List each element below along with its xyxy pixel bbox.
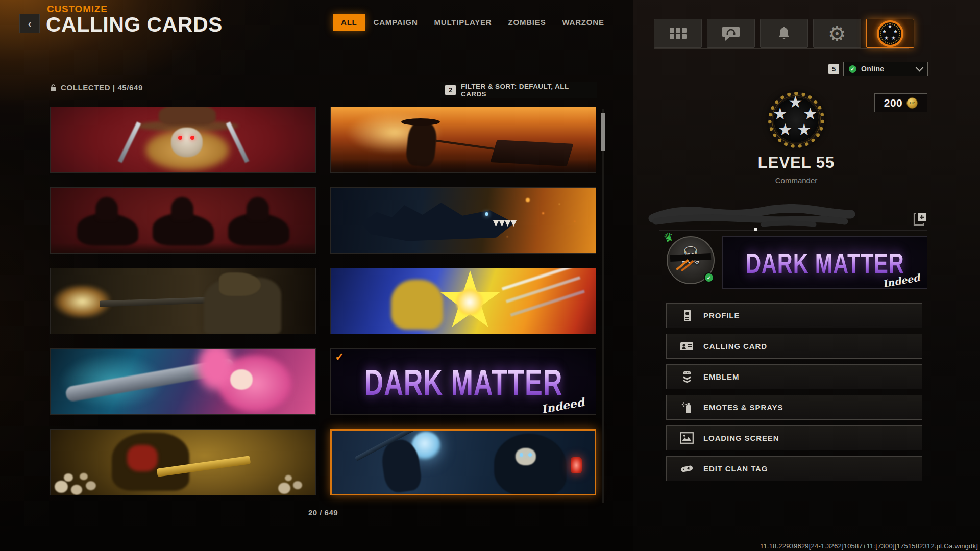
star-icon: ★ [803, 106, 818, 122]
loading-screen-icon [680, 431, 694, 445]
calling-card-golden-skeleton-blast[interactable] [330, 268, 596, 334]
panel-nav-row: ⚙ ★ ★ ★ ★ ★ [654, 19, 914, 48]
xp-progress-track [659, 230, 927, 231]
menu-grid-icon [670, 28, 687, 39]
filter-sort-bar[interactable]: 2 FILTER & SORT: DEFAULT, ALL CARDS [440, 82, 597, 98]
bell-icon [777, 26, 791, 41]
collected-count: COLLECTED | 45/649 [50, 83, 143, 92]
card-art [51, 430, 315, 495]
level-emblem: ★ ★ ★ ★ ★ [768, 92, 824, 148]
profile-card-icon [680, 309, 694, 322]
clan-tag-icon [680, 462, 694, 475]
status-row: 5 ✓ Online [828, 62, 928, 76]
chevron-down-icon [916, 63, 924, 71]
redacted-player-name [646, 204, 860, 231]
online-status-label: Online [861, 65, 884, 73]
online-status-dropdown[interactable]: ✓ Online [843, 62, 928, 76]
calling-card-grid: DARK MATTER Indeed ✓ [50, 107, 596, 495]
add-media-icon [913, 212, 927, 226]
card-art [331, 268, 596, 334]
tab-all[interactable]: ALL [333, 14, 365, 31]
equipped-calling-card-banner[interactable]: DARK MATTER Indeed [722, 236, 927, 289]
settings-button[interactable]: ⚙ [813, 19, 861, 48]
chat-headset-icon [722, 26, 740, 41]
page-title: CALLING CARDS [46, 13, 223, 37]
calling-card-dino-gunner[interactable] [50, 268, 316, 334]
rank-emblem-icon [680, 370, 694, 384]
menu-item-edit-clan-tag[interactable]: EDIT CLAN TAG [666, 456, 922, 481]
tab-multiplayer[interactable]: MULTIPLAYER [426, 14, 500, 31]
player-avatar-emblem[interactable]: ☠ ♛ ✓ [667, 236, 715, 284]
dark-matter-card-title: DARK MATTER [364, 361, 562, 403]
calling-card-golden-warrior-skulls[interactable] [50, 429, 316, 495]
calling-card-skeleton-cowboy[interactable] [50, 107, 316, 173]
player-rank: Commander [727, 176, 865, 185]
star-icon: ★ [797, 121, 812, 138]
card-art [51, 188, 315, 253]
spray-can-icon [680, 400, 694, 414]
add-media-button[interactable] [912, 211, 927, 227]
card-art [331, 107, 596, 172]
chat-button[interactable] [707, 19, 755, 48]
social-identity-panel: ⚙ ★ ★ ★ ★ ★ 5 ✓ Online ★ ★ ★ ★ ★ 200 [633, 0, 980, 551]
status-hotkey-badge: 5 [828, 64, 839, 74]
page-counter: 20 / 649 [50, 508, 596, 517]
filter-sort-label: FILTER & SORT: DEFAULT, ALL CARDS [461, 83, 592, 98]
calling-card-chainsaw-anime-girl[interactable] [50, 348, 316, 415]
tab-campaign[interactable]: CAMPAIGN [365, 14, 426, 31]
grid-scrollbar-track[interactable] [602, 109, 604, 503]
menu-item-calling-card[interactable]: CALLING CARD [666, 334, 922, 359]
chevron-left-icon: ‹ [28, 18, 32, 30]
menu-item-emotes-sprays[interactable]: EMOTES & SPRAYS [666, 395, 922, 420]
calling-card-three-horsemen[interactable] [50, 187, 316, 254]
verified-check-icon: ✓ [704, 272, 714, 283]
tab-warzone[interactable]: WARZONE [554, 14, 612, 31]
card-art [331, 188, 596, 253]
star-icon: ★ [773, 106, 788, 122]
unlock-icon [50, 84, 57, 92]
menu-item-profile[interactable]: PROFILE [666, 303, 922, 328]
player-emblem-icon: ★ ★ ★ ★ ★ [877, 20, 903, 47]
star-icon: ★ [778, 121, 793, 138]
calling-card-flame-wolf[interactable] [330, 187, 596, 254]
banner-title: DARK MATTER [746, 246, 904, 280]
filter-hotkey-badge: 2 [445, 85, 456, 95]
calling-card-coffin-dragger[interactable] [330, 107, 596, 173]
menu-item-loading-screen[interactable]: LOADING SCREEN [666, 425, 922, 450]
build-version-text: 11.18.22939629[24-1.3262]10587+11:[7300]… [760, 542, 978, 550]
equipped-check-icon: ✓ [335, 350, 344, 364]
cod-points-coin-icon: CP [906, 97, 918, 109]
card-art [332, 431, 595, 494]
back-button[interactable]: ‹ [19, 14, 40, 33]
calling-card-grim-reaper-focused[interactable] [330, 429, 596, 495]
card-art [51, 349, 315, 414]
grid-scrollbar-thumb[interactable] [601, 113, 605, 151]
crown-badge-icon: ♛ [662, 230, 675, 245]
online-status-icon: ✓ [849, 65, 856, 73]
xp-progress-marker [754, 228, 757, 231]
nav-divider [654, 48, 909, 49]
menu-item-emblem[interactable]: EMBLEM [666, 364, 922, 389]
menu-grid-button[interactable] [654, 19, 702, 48]
cod-points-amount: 200 [884, 97, 903, 109]
player-identity-button[interactable]: ★ ★ ★ ★ ★ [866, 19, 914, 48]
card-art [51, 107, 315, 172]
card-art: DARK MATTER Indeed [331, 349, 596, 414]
tab-zombies[interactable]: ZOMBIES [500, 14, 554, 31]
category-tabs: ALL CAMPAIGN MULTIPLAYER ZOMBIES WARZONE [333, 14, 612, 31]
gear-icon: ⚙ [828, 23, 846, 44]
player-level: LEVEL 55 [727, 154, 865, 172]
calling-cards-screen: ‹ CUSTOMIZE CALLING CARDS ALL CAMPAIGN M… [0, 0, 633, 551]
calling-card-icon [680, 339, 694, 353]
calling-card-dark-matter-equipped[interactable]: DARK MATTER Indeed ✓ [330, 348, 596, 415]
card-art [51, 268, 315, 334]
star-icon: ★ [788, 94, 803, 110]
collected-label: COLLECTED | 45/649 [61, 83, 143, 92]
cod-points-balance[interactable]: 200 CP [874, 93, 927, 112]
customization-menu: PROFILE CALLING CARD [666, 303, 922, 487]
notifications-button[interactable] [760, 19, 808, 48]
